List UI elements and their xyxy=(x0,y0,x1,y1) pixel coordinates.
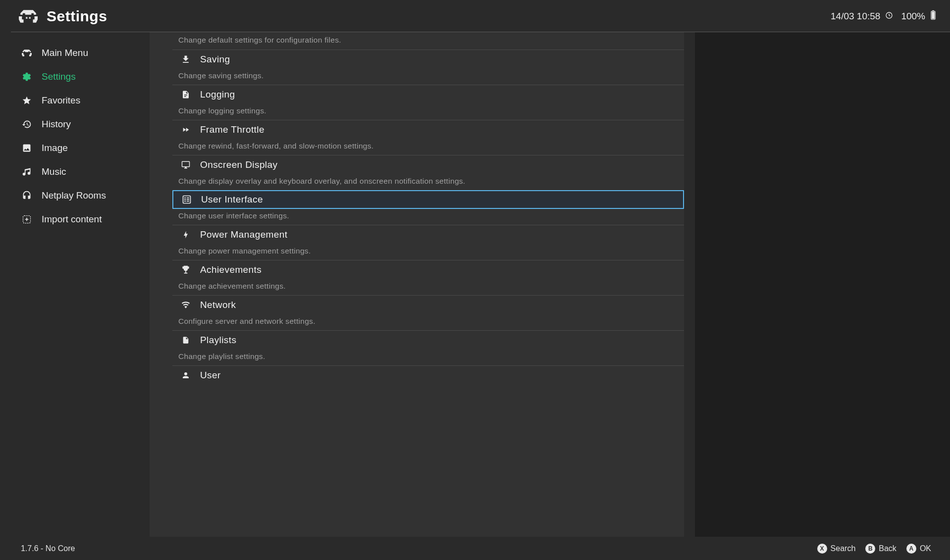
svg-rect-10 xyxy=(184,201,186,202)
setting-desc: Change rewind, fast-forward, and slow-mo… xyxy=(172,139,684,155)
svg-rect-11 xyxy=(187,201,189,202)
sidebar-item-settings[interactable]: Settings xyxy=(11,65,150,89)
document-icon xyxy=(180,335,191,346)
search-button[interactable]: X Search xyxy=(817,544,856,554)
datetime-text: 14/03 10:58 xyxy=(831,11,880,22)
setting-desc: Configure server and network settings. xyxy=(172,314,684,330)
setting-label: Frame Throttle xyxy=(200,124,264,135)
trophy-icon xyxy=(180,264,191,275)
retroarch-logo-icon xyxy=(19,9,38,23)
setting-label: Achievements xyxy=(200,264,262,275)
setting-desc: Change power management settings. xyxy=(172,244,684,260)
setting-desc: Change logging settings. xyxy=(172,104,684,120)
sidebar: Main Menu Settings Favorites History Ima… xyxy=(0,32,150,537)
user-icon xyxy=(180,370,191,381)
b-button-icon: B xyxy=(865,544,875,554)
ok-button[interactable]: A OK xyxy=(906,544,931,554)
footer-btn-label: Back xyxy=(879,544,897,553)
sidebar-item-history[interactable]: History xyxy=(11,112,150,136)
setting-label: Onscreen Display xyxy=(200,159,277,170)
battery-icon xyxy=(930,10,936,22)
wifi-icon xyxy=(180,300,191,310)
svg-rect-6 xyxy=(184,198,186,199)
setting-label: User Interface xyxy=(201,194,263,205)
footer-bar: 1.7.6 - No Core X Search B Back A OK xyxy=(0,537,950,560)
page-title: Settings xyxy=(47,8,107,25)
plus-box-icon xyxy=(22,214,32,224)
headset-icon xyxy=(22,191,32,201)
setting-label: Logging xyxy=(200,89,235,100)
sidebar-item-label: Favorites xyxy=(42,95,80,106)
sidebar-item-label: Main Menu xyxy=(42,48,88,58)
status-text: 1.7.6 - No Core xyxy=(21,544,75,553)
setting-label: Power Management xyxy=(200,229,287,240)
music-icon xyxy=(22,167,32,177)
history-icon xyxy=(22,119,32,129)
svg-rect-9 xyxy=(187,199,189,200)
setting-row-logging[interactable]: Logging xyxy=(172,85,684,104)
setting-desc: Change achievement settings. xyxy=(172,279,684,295)
footer-btn-label: OK xyxy=(920,544,931,553)
setting-label: User xyxy=(200,370,221,381)
setting-row-frame-throttle[interactable]: Frame Throttle xyxy=(172,120,684,139)
sidebar-item-image[interactable]: Image xyxy=(11,136,150,160)
header-bar: Settings 14/03 10:58 100% xyxy=(0,0,950,32)
setting-row-onscreen-display[interactable]: Onscreen Display xyxy=(172,155,684,174)
sidebar-item-music[interactable]: Music xyxy=(11,160,150,184)
bolt-icon xyxy=(180,229,191,240)
sidebar-item-favorites[interactable]: Favorites xyxy=(11,89,150,112)
setting-desc: Change display overlay and keyboard over… xyxy=(172,174,684,190)
footer-btn-label: Search xyxy=(831,544,856,553)
sidebar-item-netplay-rooms[interactable]: Netplay Rooms xyxy=(11,184,150,207)
sidebar-item-label: Image xyxy=(42,143,68,153)
sidebar-item-label: Settings xyxy=(42,71,76,82)
setting-label: Saving xyxy=(200,54,230,65)
setting-row-user-interface[interactable]: User Interface xyxy=(172,190,684,209)
setting-desc: Change playlist settings. xyxy=(172,350,684,365)
setting-row-achievements[interactable]: Achievements xyxy=(172,260,684,279)
clock-icon xyxy=(885,11,893,22)
setting-row-saving[interactable]: Saving xyxy=(172,50,684,69)
setting-desc: Change user interface settings. xyxy=(172,209,684,225)
sidebar-item-main-menu[interactable]: Main Menu xyxy=(11,41,150,65)
file-icon xyxy=(180,89,191,100)
download-icon xyxy=(180,54,191,65)
x-button-icon: X xyxy=(817,544,827,554)
setting-label: Playlists xyxy=(200,335,236,346)
monitor-icon xyxy=(180,159,191,170)
star-icon xyxy=(22,96,32,105)
setting-row-playlists[interactable]: Playlists xyxy=(172,330,684,350)
setting-desc: Change saving settings. xyxy=(172,69,684,85)
svg-rect-2 xyxy=(932,10,934,11)
a-button-icon: A xyxy=(906,544,916,554)
battery-percent: 100% xyxy=(901,11,925,22)
svg-rect-3 xyxy=(932,12,935,19)
sidebar-item-label: Music xyxy=(42,166,66,177)
sidebar-item-import-content[interactable]: Import content xyxy=(11,207,150,231)
sidebar-item-label: History xyxy=(42,119,71,130)
fast-forward-icon xyxy=(180,124,191,135)
sidebar-item-label: Netplay Rooms xyxy=(42,190,106,201)
gear-icon xyxy=(22,72,32,82)
setting-desc-partial: Change default settings for configuratio… xyxy=(172,32,684,50)
svg-rect-7 xyxy=(187,198,189,199)
setting-row-network[interactable]: Network xyxy=(172,295,684,314)
setting-row-power-management[interactable]: Power Management xyxy=(172,225,684,244)
back-button[interactable]: B Back xyxy=(865,544,897,554)
sidebar-item-label: Import content xyxy=(42,214,102,225)
list-icon xyxy=(181,194,192,205)
svg-rect-8 xyxy=(184,199,186,200)
settings-list: Change default settings for configuratio… xyxy=(150,32,684,537)
setting-label: Network xyxy=(200,300,236,310)
retroarch-icon xyxy=(22,48,32,58)
image-icon xyxy=(22,143,32,153)
setting-row-user[interactable]: User xyxy=(172,365,684,385)
